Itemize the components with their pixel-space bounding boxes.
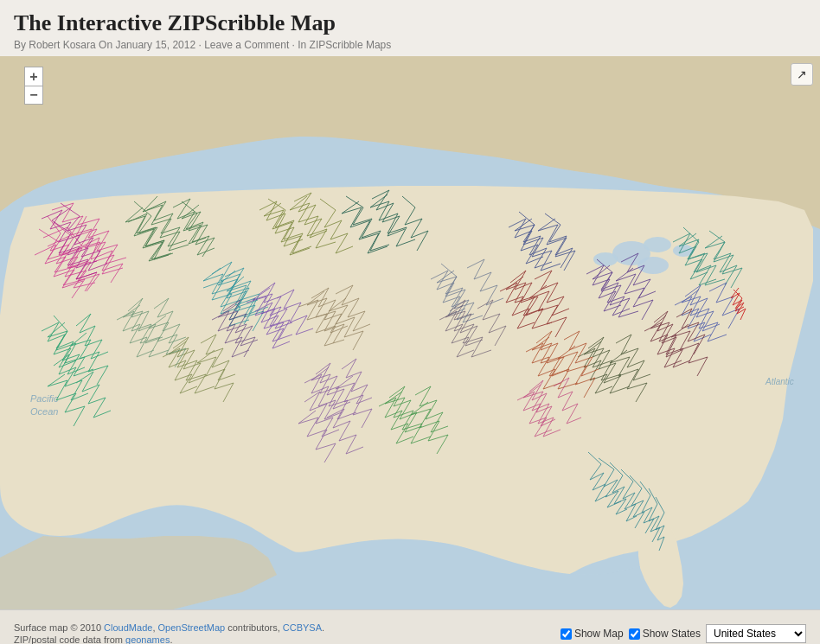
zoom-controls: + − [24, 67, 43, 105]
map-background: Pacific Ocean Atlantic [0, 56, 820, 609]
post-date: January 15, 2012 [115, 39, 195, 51]
category-link[interactable]: ZIPScribble Maps [310, 39, 392, 51]
meta-info: By Robert Kosara On January 15, 2012 · L… [14, 39, 806, 51]
show-map-label: Show Map [574, 628, 624, 640]
svg-point-2 [644, 237, 671, 252]
svg-point-5 [673, 245, 694, 257]
comment-link[interactable]: Leave a Comment [204, 39, 289, 51]
page-header: The Interactive ZIPScribble Map By Rober… [0, 0, 820, 56]
country-select[interactable]: United States Canada Germany France Unit… [706, 624, 806, 643]
author-link[interactable]: Robert Kosara [29, 39, 95, 51]
geonames-link[interactable]: geonames [125, 634, 170, 644]
footer: Surface map © 2010 CloudMade, OpenStreet… [0, 609, 820, 644]
svg-point-4 [637, 257, 669, 274]
svg-text:Atlantic: Atlantic [765, 377, 794, 386]
svg-text:Pacific: Pacific [30, 393, 59, 404]
zoom-out-button[interactable]: − [24, 86, 43, 105]
show-map-checkbox-label[interactable]: Show Map [561, 628, 624, 640]
map-container[interactable]: Pacific Ocean Atlantic [0, 56, 820, 609]
expand-button[interactable]: ↗ [791, 63, 813, 86]
svg-point-3 [593, 252, 618, 266]
show-states-label: Show States [643, 628, 701, 640]
attribution-line2: ZIP/postal code data from geonames. [14, 634, 324, 644]
openstreetmap-link[interactable]: OpenStreetMap [158, 622, 226, 633]
zoom-in-button[interactable]: + [24, 67, 43, 86]
ccbysa-link[interactable]: CCBYSA [283, 622, 322, 633]
footer-attribution: Surface map © 2010 CloudMade, OpenStreet… [14, 622, 324, 644]
page-title: The Interactive ZIPScribble Map [14, 10, 806, 36]
show-states-checkbox[interactable] [629, 628, 640, 640]
attribution-line1: Surface map © 2010 CloudMade, OpenStreet… [14, 622, 324, 633]
show-map-checkbox[interactable] [561, 628, 572, 640]
svg-text:Ocean: Ocean [30, 406, 58, 417]
show-states-checkbox-label[interactable]: Show States [629, 628, 701, 640]
footer-controls: Show Map Show States United States Canad… [561, 624, 806, 643]
expand-icon: ↗ [797, 67, 807, 82]
cloudmade-link[interactable]: CloudMade [104, 622, 152, 633]
